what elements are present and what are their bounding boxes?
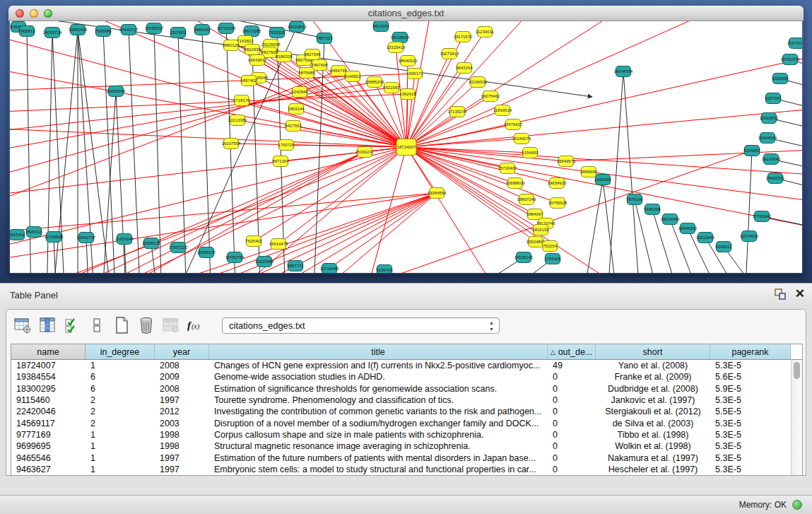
graph-node[interactable]: 9227343 (765, 93, 782, 104)
table-row[interactable]: 1872400712008Changes of HCN gene express… (11, 360, 791, 371)
graph-node[interactable]: 2803144 (288, 104, 305, 115)
graph-node[interactable]: 19756928 (548, 198, 567, 209)
graph-node[interactable]: 18807249 (517, 194, 536, 205)
network-window-titlebar[interactable]: citations_edges.txt (8, 6, 804, 21)
citation-edge-red[interactable] (250, 193, 437, 273)
graph-node[interactable]: 11173106 (787, 38, 802, 49)
citation-edge-red[interactable] (406, 82, 478, 147)
graph-node[interactable]: 20443717 (119, 25, 139, 35)
graph-node[interactable]: 9897402 (240, 76, 257, 86)
graph-node[interactable]: 1696171 (406, 69, 423, 79)
table-row[interactable]: 1830029562008Estimation of significance … (11, 383, 791, 395)
citation-edge-black[interactable] (154, 28, 162, 273)
close-window-button[interactable] (16, 9, 24, 18)
citation-edge-red[interactable] (406, 147, 566, 161)
graph-node[interactable]: 1362615 (399, 89, 416, 100)
close-panel-icon[interactable]: ✕ (795, 288, 805, 300)
graph-node[interactable]: 18640910 (399, 56, 418, 66)
graph-node[interactable]: 17135278 (448, 107, 467, 117)
citation-edge-black[interactable] (582, 180, 603, 273)
citation-edge-red[interactable] (406, 147, 802, 177)
graph-node[interactable]: 8671304 (272, 156, 289, 167)
clear-selection-button[interactable] (86, 315, 107, 336)
delete-table-button[interactable] (160, 315, 182, 336)
graph-node[interactable]: 9466162 (194, 25, 211, 35)
graph-node[interactable]: 25300237 (355, 147, 375, 158)
graph-node[interactable]: 7625402 (245, 236, 262, 247)
graph-node[interactable]: 9643254 (456, 63, 473, 74)
select-all-button[interactable] (61, 315, 83, 336)
graph-node[interactable]: 9242848 (291, 87, 308, 98)
graph-node[interactable]: 8505013 (25, 227, 42, 238)
graph-node[interactable]: 8215953 (743, 146, 760, 156)
graph-node[interactable]: 9136704 (376, 265, 393, 274)
delete-columns-button[interactable] (136, 315, 157, 336)
column-header-out_de...[interactable]: △out_de... (548, 344, 596, 359)
scrollbar-thumb[interactable] (794, 362, 800, 379)
column-header-short[interactable]: short (596, 344, 710, 359)
graph-node[interactable]: 12156829 (45, 232, 64, 243)
graph-node[interactable]: 3915411 (10, 230, 25, 240)
graph-node[interactable]: 16210643 (762, 154, 781, 165)
graph-node[interactable]: 18724007 (396, 139, 416, 156)
graph-node[interactable]: 12505135 (142, 238, 161, 249)
graph-node[interactable]: 7857223 (316, 33, 333, 44)
graph-node[interactable]: 10655257 (145, 23, 164, 34)
graph-node[interactable]: 16075462 (481, 91, 500, 102)
float-panel-icon[interactable] (774, 288, 787, 300)
graph-node[interactable]: 16107554 (222, 139, 241, 149)
graph-node[interactable]: 8912935 (244, 45, 261, 55)
graph-node[interactable]: 11234011 (476, 27, 494, 37)
table-row[interactable]: 946554611997Estimation of the future num… (11, 452, 791, 463)
graph-node[interactable]: 10213441 (696, 233, 715, 243)
graph-node[interactable]: 16164276 (512, 134, 531, 144)
graph-node[interactable]: 15885209 (365, 77, 384, 88)
column-header-pagerank[interactable]: pagerank (710, 344, 791, 359)
citation-edge-red[interactable] (10, 193, 437, 262)
graph-node[interactable]: 24055724 (43, 28, 62, 38)
table-selector-dropdown[interactable]: citations_edges.txt ▲▼ (222, 317, 500, 334)
table-row[interactable]: 2242004622012Investigating the contribut… (11, 406, 791, 417)
table-row[interactable]: 1938455462009Genome-wide association stu… (11, 371, 791, 382)
graph-node[interactable]: 12942737 (77, 233, 96, 243)
graph-node[interactable]: 16033809 (288, 22, 307, 33)
graph-node[interactable]: 9329966 (772, 74, 789, 84)
graph-node[interactable]: 1640934 (594, 175, 611, 185)
graph-node[interactable]: 9857771 (287, 261, 304, 271)
citation-edge-red[interactable] (406, 96, 490, 147)
table-vertical-scrollbar[interactable] (791, 360, 802, 475)
graph-node[interactable]: 16782759 (225, 252, 245, 263)
graph-node[interactable]: 16045242 (678, 223, 698, 234)
graph-node[interactable]: 1815152 (532, 225, 549, 235)
graph-node[interactable]: 10688609 (506, 178, 525, 189)
graph-node[interactable]: 17957223 (169, 243, 188, 253)
citation-edge-black[interactable] (202, 30, 211, 273)
graph-node[interactable]: 16671385 (242, 26, 261, 37)
graph-node[interactable]: 752254 (543, 241, 558, 252)
graph-node[interactable]: 12444154 (758, 133, 777, 144)
graph-node[interactable]: 2718176 (233, 95, 250, 106)
graph-node[interactable]: 11451944 (115, 234, 134, 245)
citation-edge-black[interactable] (462, 257, 524, 273)
graph-node[interactable]: 19654923 (548, 178, 567, 189)
graph-node[interactable]: 19014089 (661, 214, 680, 225)
graph-node[interactable]: 9899695 (580, 167, 597, 177)
citation-edge-black[interactable] (745, 151, 752, 273)
graph-node[interactable]: 9146821 (344, 71, 361, 82)
graph-node[interactable]: 10923488 (255, 257, 274, 267)
graph-node[interactable]: 8813054 (372, 21, 389, 32)
graph-node[interactable]: 7515526 (269, 28, 286, 38)
graph-node[interactable]: 30691406 (69, 25, 88, 35)
graph-node[interactable]: 1700726 (278, 140, 295, 151)
column-header-year[interactable]: year (155, 344, 209, 359)
citation-edge-red[interactable] (406, 147, 546, 223)
graph-node[interactable]: 16849575 (557, 156, 576, 167)
graph-node[interactable]: 17760942 (753, 211, 772, 222)
graph-node[interactable]: 13718485 (320, 264, 339, 274)
table-row[interactable]: 946362711997Embryonic stem cells: a mode… (11, 464, 791, 475)
graph-node[interactable]: 15751074 (781, 54, 800, 65)
create-column-button[interactable] (111, 315, 132, 336)
table-row[interactable]: 911546021997Tourette syndrome. Phenomeno… (11, 395, 791, 406)
graph-node[interactable]: 16543812 (248, 55, 267, 66)
citation-edge-black[interactable] (103, 31, 116, 273)
